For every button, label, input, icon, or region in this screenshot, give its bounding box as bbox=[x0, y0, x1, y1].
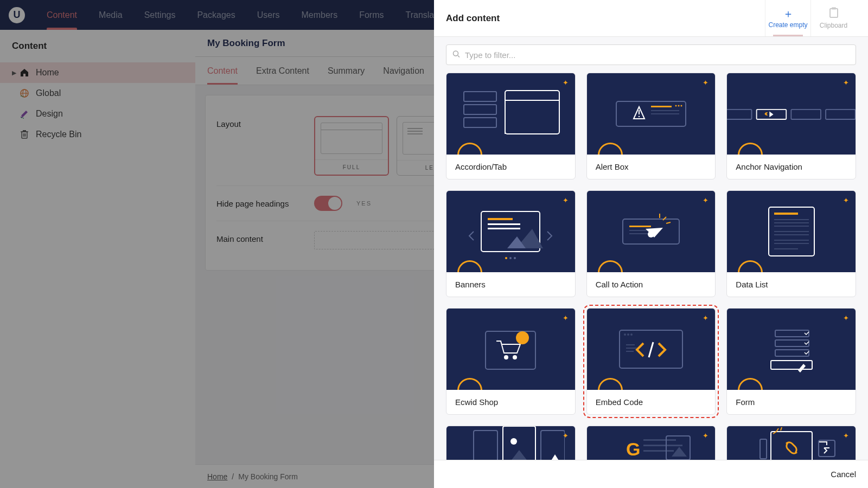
star-icon: ✦ bbox=[563, 196, 569, 204]
svg-rect-36 bbox=[488, 218, 513, 220]
svg-rect-26 bbox=[651, 110, 679, 111]
svg-rect-78 bbox=[474, 431, 497, 460]
svg-rect-74 bbox=[775, 330, 809, 337]
add-content-overlay: Add content ＋ Create empty Clipboard ✦Ac… bbox=[434, 0, 868, 488]
svg-rect-18 bbox=[464, 92, 496, 101]
star-icon: ✦ bbox=[703, 196, 709, 204]
svg-point-23 bbox=[639, 116, 640, 117]
svg-point-82 bbox=[510, 438, 517, 445]
cancel-button[interactable]: Cancel bbox=[831, 470, 856, 479]
svg-point-67 bbox=[624, 333, 626, 336]
content-type-grid: ✦Accordion/Tab✦Alert Box✦Anchor Navigati… bbox=[446, 73, 856, 460]
svg-point-63 bbox=[504, 355, 508, 359]
star-icon: ✦ bbox=[843, 314, 849, 322]
card-thumb: ✦ bbox=[446, 426, 575, 460]
card-thumb: ✦G bbox=[587, 426, 716, 460]
svg-rect-27 bbox=[651, 113, 679, 114]
search-icon bbox=[452, 50, 460, 60]
svg-rect-87 bbox=[643, 450, 674, 452]
card-label: Accordion/Tab bbox=[446, 155, 575, 179]
svg-rect-77 bbox=[771, 361, 812, 369]
filter-input[interactable] bbox=[446, 44, 856, 65]
star-icon: ✦ bbox=[843, 432, 849, 440]
card-label: Anchor Navigation bbox=[727, 155, 856, 179]
card-label: Data List bbox=[727, 272, 856, 297]
card-thumb: ✦ bbox=[587, 309, 716, 390]
svg-point-30 bbox=[680, 105, 682, 107]
card-label: Banners bbox=[446, 272, 575, 297]
card-thumb: ✦ bbox=[587, 73, 716, 155]
svg-rect-38 bbox=[488, 228, 520, 229]
svg-line-70 bbox=[649, 342, 653, 357]
create-empty-button[interactable]: ＋ Create empty bbox=[765, 0, 810, 36]
plus-icon: ＋ bbox=[783, 8, 794, 19]
svg-rect-71 bbox=[626, 344, 635, 345]
svg-point-41 bbox=[505, 257, 507, 259]
content-card-call-to-action[interactable]: ✦Call to Action bbox=[586, 190, 716, 297]
svg-rect-14 bbox=[830, 9, 838, 17]
svg-rect-80 bbox=[541, 431, 565, 460]
svg-point-29 bbox=[678, 105, 679, 107]
svg-marker-89 bbox=[672, 447, 687, 457]
svg-rect-19 bbox=[464, 105, 496, 114]
svg-rect-53 bbox=[774, 213, 798, 215]
card-thumb: ✦ bbox=[446, 191, 575, 272]
card-label: Call to Action bbox=[587, 272, 716, 297]
clipboard-button[interactable]: Clipboard bbox=[810, 0, 856, 36]
content-card-alert-box[interactable]: ✦Alert Box bbox=[586, 73, 716, 179]
svg-rect-75 bbox=[775, 340, 809, 346]
content-card-banners[interactable]: ✦Banners bbox=[446, 190, 576, 297]
content-card-link[interactable]: ✦ bbox=[726, 426, 856, 460]
star-icon: ✦ bbox=[563, 432, 569, 440]
svg-line-50 bbox=[666, 222, 671, 223]
clipboard-label: Clipboard bbox=[820, 22, 847, 29]
svg-rect-54 bbox=[774, 219, 809, 220]
overlay-header: Add content ＋ Create empty Clipboard bbox=[434, 0, 868, 37]
svg-rect-15 bbox=[832, 8, 836, 10]
svg-point-16 bbox=[454, 51, 458, 56]
svg-rect-37 bbox=[488, 223, 520, 225]
card-label: Ecwid Shop bbox=[446, 390, 575, 414]
card-thumb: ✦ bbox=[727, 309, 856, 390]
svg-point-43 bbox=[514, 257, 516, 259]
card-label: Alert Box bbox=[587, 155, 716, 179]
card-thumb: ✦ bbox=[727, 191, 856, 272]
content-card-accordion-tab[interactable]: ✦Accordion/Tab bbox=[446, 73, 576, 179]
svg-point-64 bbox=[513, 355, 517, 359]
create-empty-label: Create empty bbox=[768, 21, 807, 29]
svg-rect-34 bbox=[826, 110, 856, 119]
star-icon: ✦ bbox=[703, 314, 709, 322]
overlay-footer: Cancel bbox=[434, 460, 868, 488]
overlay-title: Add content bbox=[446, 13, 765, 24]
svg-point-69 bbox=[630, 333, 633, 336]
star-icon: ✦ bbox=[703, 432, 709, 440]
content-card-form[interactable]: ✦Form bbox=[726, 308, 856, 415]
content-card-data-list[interactable]: ✦Data List bbox=[726, 190, 856, 297]
svg-rect-85 bbox=[643, 439, 676, 441]
svg-rect-55 bbox=[774, 222, 809, 223]
svg-rect-33 bbox=[792, 110, 821, 119]
svg-rect-90 bbox=[771, 432, 812, 460]
svg-rect-72 bbox=[626, 348, 637, 349]
card-thumb: ✦ bbox=[727, 426, 856, 460]
svg-rect-45 bbox=[629, 226, 651, 227]
svg-text:G: G bbox=[626, 439, 640, 459]
svg-rect-60 bbox=[774, 243, 809, 244]
content-card-anchor-navigation[interactable]: ✦Anchor Navigation bbox=[726, 73, 856, 179]
content-card-embed-code[interactable]: ✦Embed Code bbox=[586, 308, 716, 415]
card-thumb: ✦ bbox=[446, 73, 575, 155]
svg-marker-81 bbox=[508, 450, 530, 460]
content-card-image[interactable]: ✦ bbox=[446, 426, 576, 460]
overlay-body: ✦Accordion/Tab✦Alert Box✦Anchor Navigati… bbox=[434, 37, 868, 460]
card-label: Embed Code bbox=[587, 390, 716, 414]
card-label: Form bbox=[727, 390, 856, 414]
content-card-google[interactable]: ✦G bbox=[586, 426, 716, 460]
svg-rect-58 bbox=[774, 234, 809, 235]
svg-line-17 bbox=[458, 56, 459, 57]
svg-rect-21 bbox=[505, 91, 559, 134]
star-icon: ✦ bbox=[703, 79, 709, 87]
svg-rect-73 bbox=[626, 351, 634, 352]
content-card-ecwid-shop[interactable]: ✦Ecwid Shop bbox=[446, 308, 576, 415]
svg-point-28 bbox=[675, 105, 676, 107]
card-thumb: ✦ bbox=[446, 309, 575, 390]
